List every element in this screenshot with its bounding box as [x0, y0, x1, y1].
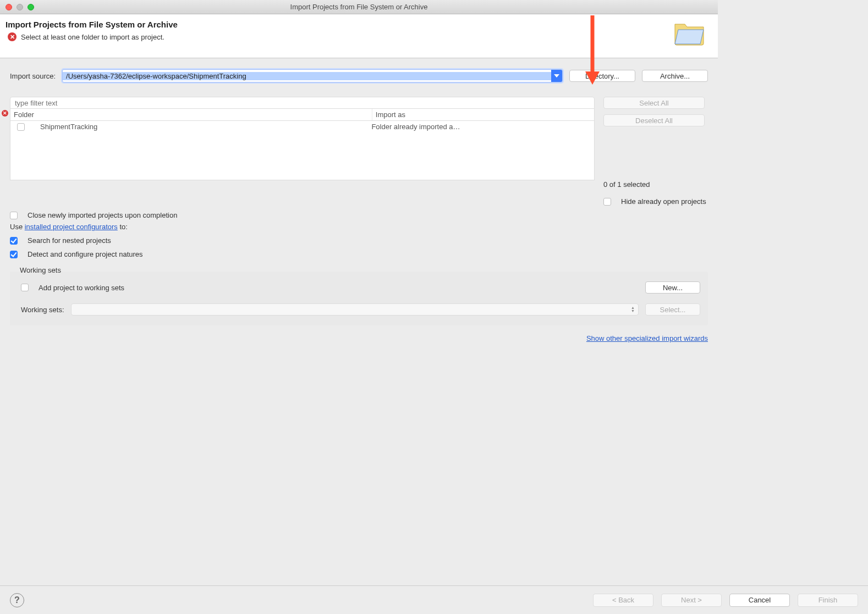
updown-icon: ▲▼	[631, 306, 635, 313]
table-row[interactable]: ShipmentTracking Folder already imported…	[10, 121, 594, 132]
search-nested-checkbox[interactable]	[10, 237, 18, 245]
use-prefix: Use	[10, 223, 25, 231]
column-header-folder[interactable]: Folder	[10, 109, 372, 120]
select-all-button[interactable]: Select All	[603, 97, 705, 109]
search-nested-label: Search for nested projects	[28, 236, 111, 245]
hide-open-label: Hide already open projects	[621, 197, 706, 206]
close-new-checkbox[interactable]	[10, 212, 18, 219]
hide-open-checkbox[interactable]	[603, 198, 611, 206]
close-new-label: Close newly imported projects upon compl…	[28, 211, 177, 219]
filter-input[interactable]	[10, 97, 595, 109]
window-title: Import Projects from File System or Arch…	[0, 3, 718, 11]
import-source-combo[interactable]: /Users/yasha-7362/eclipse-workspace/Ship…	[62, 69, 563, 82]
wizard-banner: Import Projects from File System or Arch…	[0, 14, 718, 58]
working-sets-group: Working sets Add project to working sets…	[10, 272, 708, 325]
archive-button[interactable]: Archive...	[642, 70, 708, 82]
banner-message: Select at least one folder to import as …	[21, 33, 164, 41]
banner-title: Import Projects from File System or Arch…	[6, 20, 673, 29]
folder-icon	[673, 20, 708, 50]
error-indicator-icon: ✕	[2, 110, 8, 117]
detect-natures-label: Detect and configure project natures	[28, 250, 143, 258]
error-icon: ✕	[8, 32, 17, 41]
working-sets-label: Working sets:	[21, 306, 64, 314]
projects-table: Folder Import as ShipmentTracking Folder…	[10, 109, 595, 180]
row-checkbox[interactable]	[17, 123, 25, 131]
svg-marker-2	[554, 74, 559, 78]
other-wizards-link[interactable]: Show other specialized import wizards	[586, 334, 708, 342]
row-folder-name: ShipmentTracking	[40, 123, 97, 131]
chevron-down-icon[interactable]	[551, 70, 562, 82]
use-suffix: to:	[118, 223, 128, 231]
configurators-link[interactable]: installed project configurators	[25, 223, 118, 231]
select-working-set-button[interactable]: Select...	[645, 303, 700, 316]
detect-natures-checkbox[interactable]	[10, 251, 18, 258]
new-working-set-button[interactable]: New...	[645, 281, 700, 294]
import-source-value: /Users/yasha-7362/eclipse-workspace/Ship…	[63, 72, 551, 80]
selection-count: 0 of 1 selected	[603, 180, 708, 189]
titlebar: Import Projects from File System or Arch…	[0, 0, 718, 14]
directory-button[interactable]: Directory...	[569, 70, 635, 82]
import-source-label: Import source:	[10, 72, 56, 80]
working-sets-legend: Working sets	[18, 266, 63, 274]
column-header-importas[interactable]: Import as	[372, 109, 594, 120]
row-import-as: Folder already imported a…	[371, 123, 591, 131]
add-to-working-sets-checkbox[interactable]	[21, 284, 29, 291]
deselect-all-button[interactable]: Deselect All	[603, 114, 705, 126]
working-sets-select[interactable]: ▲▼	[71, 303, 639, 316]
add-to-working-sets-label: Add project to working sets	[39, 284, 124, 292]
